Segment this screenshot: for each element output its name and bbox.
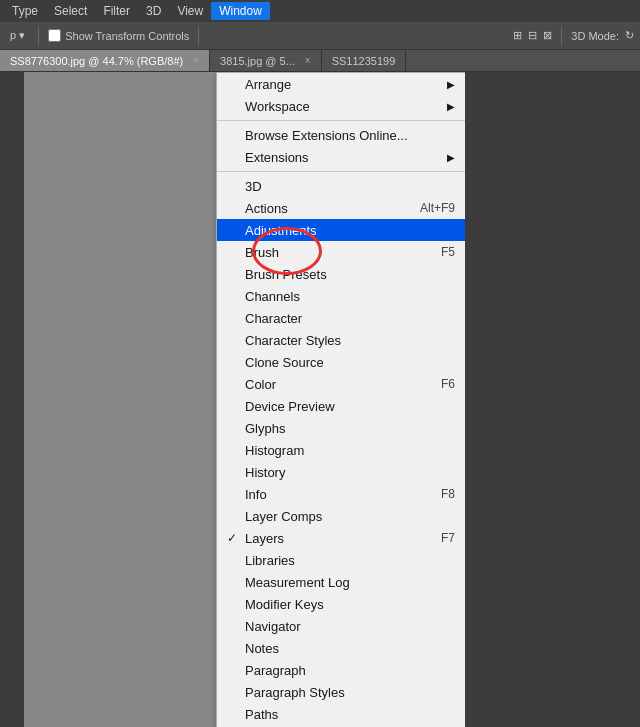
canvas-area: Arrange ▶ Workspace ▶ Browse Extensions … (24, 72, 465, 727)
right-panel (465, 72, 640, 727)
toolbar-icon-3: ⊠ (543, 29, 552, 42)
menu-channels[interactable]: Channels (217, 285, 465, 307)
menu-paths-label: Paths (245, 707, 278, 722)
menu-3d[interactable]: 3D (138, 2, 169, 20)
window-menu: Arrange ▶ Workspace ▶ Browse Extensions … (216, 72, 465, 727)
menu-history-label: History (245, 465, 285, 480)
3d-mode-label: 3D Mode: (571, 30, 619, 42)
menu-actions-label: Actions (245, 201, 288, 216)
menu-layers-label: Layers (245, 531, 284, 546)
menu-browse-extensions[interactable]: Browse Extensions Online... (217, 124, 465, 146)
menu-character-styles-label: Character Styles (245, 333, 341, 348)
separator-1 (217, 120, 465, 121)
tab-0-close[interactable]: × (193, 55, 199, 66)
menu-layers[interactable]: Layers F7 (217, 527, 465, 549)
menu-filter[interactable]: Filter (95, 2, 138, 20)
menu-3d[interactable]: 3D (217, 175, 465, 197)
menu-brush[interactable]: Brush F5 (217, 241, 465, 263)
menu-libraries-label: Libraries (245, 553, 295, 568)
3d-mode-icon: ↻ (625, 29, 634, 42)
menu-libraries[interactable]: Libraries (217, 549, 465, 571)
arrange-arrow-icon: ▶ (417, 79, 455, 90)
menu-histogram-label: Histogram (245, 443, 304, 458)
menu-device-preview-label: Device Preview (245, 399, 335, 414)
extensions-label: Extensions (245, 150, 309, 165)
menu-glyphs[interactable]: Glyphs (217, 417, 465, 439)
main-area: Arrange ▶ Workspace ▶ Browse Extensions … (0, 72, 640, 727)
separator-2 (217, 171, 465, 172)
toolbar-separator-1 (38, 27, 39, 45)
menu-modifier-keys[interactable]: Modifier Keys (217, 593, 465, 615)
tab-2-label: SS11235199 (332, 55, 396, 67)
menu-histogram[interactable]: Histogram (217, 439, 465, 461)
tab-1-label: 3815.jpg @ 5... (220, 55, 295, 67)
transform-label: Show Transform Controls (65, 30, 189, 42)
menu-window[interactable]: Window (211, 2, 270, 20)
menu-layer-comps-label: Layer Comps (245, 509, 322, 524)
tab-0[interactable]: SS8776300.jpg @ 44.7% (RGB/8#) × (0, 50, 210, 71)
menu-notes[interactable]: Notes (217, 637, 465, 659)
menu-navigator-label: Navigator (245, 619, 301, 634)
toolbar-back[interactable]: p ▾ (6, 27, 29, 44)
info-shortcut: F8 (411, 487, 455, 501)
menu-workspace-label: Workspace (245, 99, 310, 114)
menu-navigator[interactable]: Navigator (217, 615, 465, 637)
menu-paths[interactable]: Paths (217, 703, 465, 725)
show-transform-controls[interactable]: Show Transform Controls (48, 29, 189, 42)
menu-actions[interactable]: Actions Alt+F9 (217, 197, 465, 219)
menu-character[interactable]: Character (217, 307, 465, 329)
menu-arrange[interactable]: Arrange ▶ (217, 73, 465, 95)
menu-extensions[interactable]: Extensions ▶ (217, 146, 465, 168)
extensions-arrow-icon: ▶ (417, 152, 455, 163)
menu-glyphs-label: Glyphs (245, 421, 285, 436)
toolbar-separator-2 (198, 27, 199, 45)
actions-shortcut: Alt+F9 (390, 201, 455, 215)
menu-measurement-log-label: Measurement Log (245, 575, 350, 590)
menu-paragraph-styles-label: Paragraph Styles (245, 685, 345, 700)
transform-checkbox[interactable] (48, 29, 61, 42)
workspace-arrow-icon: ▶ (417, 101, 455, 112)
menu-info[interactable]: Info F8 (217, 483, 465, 505)
menu-info-label: Info (245, 487, 267, 502)
menu-adjustments[interactable]: Adjustments (217, 219, 465, 241)
toolbar-separator-3 (561, 27, 562, 45)
browse-extensions-label: Browse Extensions Online... (245, 128, 408, 143)
tab-1-close[interactable]: × (305, 55, 311, 66)
layers-shortcut: F7 (411, 531, 455, 545)
tab-1[interactable]: 3815.jpg @ 5... × (210, 50, 322, 71)
menu-channels-label: Channels (245, 289, 300, 304)
menu-select[interactable]: Select (46, 2, 95, 20)
menu-arrange-label: Arrange (245, 77, 291, 92)
menu-type[interactable]: Type (4, 2, 46, 20)
menu-history[interactable]: History (217, 461, 465, 483)
color-shortcut: F6 (411, 377, 455, 391)
toolbar-icon-2: ⊟ (528, 29, 537, 42)
dropdown-overlay: Arrange ▶ Workspace ▶ Browse Extensions … (24, 72, 465, 727)
menu-color-label: Color (245, 377, 276, 392)
menu-workspace[interactable]: Workspace ▶ (217, 95, 465, 117)
menu-clone-source[interactable]: Clone Source (217, 351, 465, 373)
menu-brush-presets-label: Brush Presets (245, 267, 327, 282)
menu-measurement-log[interactable]: Measurement Log (217, 571, 465, 593)
menu-paragraph-label: Paragraph (245, 663, 306, 678)
menu-adjustments-label: Adjustments (245, 223, 317, 238)
menu-device-preview[interactable]: Device Preview (217, 395, 465, 417)
menu-color[interactable]: Color F6 (217, 373, 465, 395)
menu-paragraph[interactable]: Paragraph (217, 659, 465, 681)
menu-layer-comps[interactable]: Layer Comps (217, 505, 465, 527)
tools-panel (0, 72, 24, 727)
menu-brush-presets[interactable]: Brush Presets (217, 263, 465, 285)
tab-2[interactable]: SS11235199 (322, 50, 407, 71)
menu-paragraph-styles[interactable]: Paragraph Styles (217, 681, 465, 703)
menubar: Type Select Filter 3D View Window (0, 0, 640, 22)
menu-character-styles[interactable]: Character Styles (217, 329, 465, 351)
tab-0-label: SS8776300.jpg @ 44.7% (RGB/8#) (10, 55, 183, 67)
menu-3d-label: 3D (245, 179, 262, 194)
tabbar: SS8776300.jpg @ 44.7% (RGB/8#) × 3815.jp… (0, 50, 640, 72)
menu-view[interactable]: View (169, 2, 211, 20)
brush-shortcut: F5 (411, 245, 455, 259)
menu-character-label: Character (245, 311, 302, 326)
toolbar-icon-1: ⊞ (513, 29, 522, 42)
menu-brush-label: Brush (245, 245, 279, 260)
toolbar: p ▾ Show Transform Controls ⊞ ⊟ ⊠ 3D Mod… (0, 22, 640, 50)
